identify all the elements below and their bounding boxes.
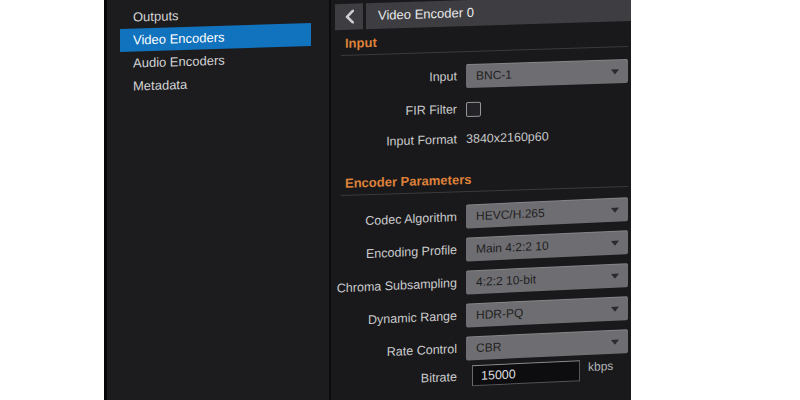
app-window: Outputs Video Encoders Audio Encoders Me… — [104, 0, 631, 400]
bitrate-unit-label: kbps — [588, 359, 613, 374]
main-panel: Video Encoder 0 Input Input BNC-1 FIR Fi… — [331, 0, 631, 400]
chevron-down-icon — [611, 241, 619, 246]
encoding-profile-value: Main 4:2:2 10 — [466, 230, 628, 261]
codec-algorithm-value: HEVC/H.265 — [466, 197, 628, 228]
codec-algorithm-dropdown[interactable]: HEVC/H.265 — [466, 197, 628, 228]
page-canvas: Outputs Video Encoders Audio Encoders Me… — [0, 0, 800, 400]
sidebar: Outputs Video Encoders Audio Encoders Me… — [107, 0, 329, 400]
encoder-parameters-rows: Codec Algorithm HEVC/H.265 Encoding Prof… — [331, 0, 631, 400]
chroma-subsampling-dropdown[interactable]: 4:2:2 10-bit — [466, 263, 628, 294]
codec-algorithm-label: Codec Algorithm — [331, 210, 457, 230]
rate-control-value: CBR — [466, 329, 628, 360]
bitrate-label: Bitrate — [331, 369, 457, 389]
form-row-codec-algorithm: Codec Algorithm HEVC/H.265 — [331, 197, 628, 234]
dynamic-range-value: HDR-PQ — [466, 296, 628, 327]
encoding-profile-dropdown[interactable]: Main 4:2:2 10 — [466, 230, 628, 261]
chroma-subsampling-label: Chroma Subsampling — [331, 276, 457, 296]
dynamic-range-label: Dynamic Range — [331, 309, 457, 329]
encoding-profile-label: Encoding Profile — [331, 243, 457, 263]
form-row-encoding-profile: Encoding Profile Main 4:2:2 10 — [331, 230, 628, 267]
sidebar-item-metadata[interactable]: Metadata — [120, 69, 311, 98]
dynamic-range-dropdown[interactable]: HDR-PQ — [466, 296, 628, 327]
bitrate-input[interactable] — [472, 360, 580, 386]
chroma-subsampling-value: 4:2:2 10-bit — [466, 263, 628, 294]
chevron-down-icon — [611, 274, 619, 279]
chevron-down-icon — [611, 208, 619, 213]
form-row-dynamic-range: Dynamic Range HDR-PQ — [331, 296, 628, 333]
form-row-chroma-subsampling: Chroma Subsampling 4:2:2 10-bit — [331, 263, 628, 300]
chevron-down-icon — [611, 307, 619, 312]
chevron-down-icon — [611, 340, 619, 345]
rate-control-dropdown[interactable]: CBR — [466, 329, 628, 360]
rate-control-label: Rate Control — [331, 342, 457, 362]
